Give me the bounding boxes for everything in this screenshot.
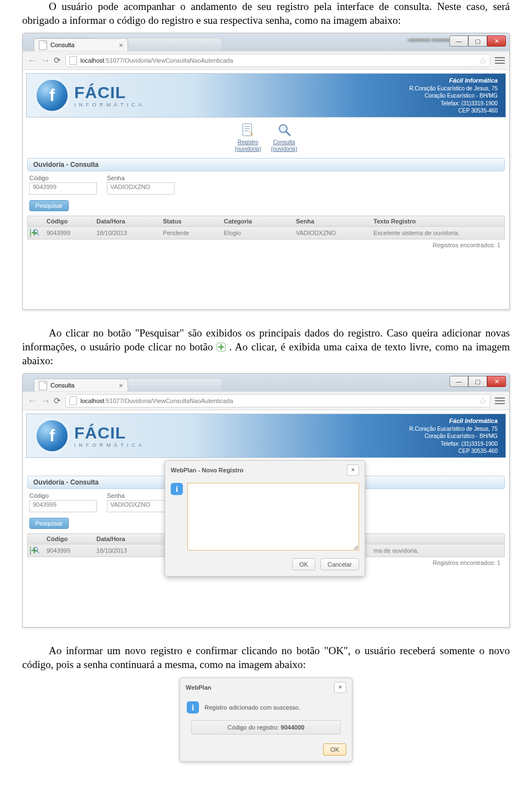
resize-handle-icon[interactable] [353, 544, 358, 549]
info-icon: i [171, 483, 183, 495]
file-icon [39, 381, 47, 390]
window-maximize-button[interactable]: ▢ [468, 376, 487, 387]
col-senha: Senha [293, 218, 370, 225]
menu-icon[interactable] [495, 57, 505, 64]
dialog-title: WebPlan - Novo Registro [171, 467, 243, 473]
logo-main: FÁCIL [74, 83, 145, 102]
window-minimize-button[interactable]: ― [449, 35, 468, 47]
results-grid: Código Data/Hora Status Categoria Senha … [27, 216, 505, 239]
confirm-close-button[interactable]: × [334, 682, 346, 693]
result-count: Registros encontrados: 1 [26, 239, 506, 251]
company-info: Fácil Informática R.Coração Eucarístico … [409, 77, 498, 115]
bookmark-star-icon[interactable]: ☆ [479, 396, 487, 406]
confirm-title: WebPlan [186, 684, 211, 691]
codigo-input[interactable]: 9043999 [29, 182, 97, 195]
tab-close-icon[interactable]: × [119, 42, 123, 49]
logo-main: FÁCIL [74, 424, 145, 442]
browser-tabstrip: ▬▬ ▬▬▬ ▬▬▬▬ ▬▬▬▬ ▬▬▬▬ Consulta × ― ▢ ✕ [23, 33, 509, 51]
forward-icon[interactable]: → [40, 395, 49, 407]
add-row-icon[interactable] [30, 228, 31, 237]
confirm-message: Registro adicionado com suscesso. [204, 704, 300, 711]
back-icon[interactable]: ← [27, 55, 36, 67]
col-codigo: Código [43, 218, 93, 225]
tab-title: Consulta [50, 382, 74, 389]
app-banner: f FÁCIL INFORMÁTICA Fácil Informática R.… [26, 73, 506, 118]
col-status: Status [160, 218, 221, 225]
url-port: :51077 [104, 397, 123, 404]
codigo-label: Código [29, 492, 97, 499]
tab-title: Consulta [50, 42, 74, 48]
svg-rect-0 [243, 124, 252, 136]
url-path: /Ouvidoria/ViewConsultaNaoAutenticada [123, 57, 233, 64]
doc-paragraph-2: Ao clicar no botão "Pesquisar" são exibi… [22, 327, 510, 368]
window-minimize-button[interactable]: ― [449, 376, 468, 387]
svg-line-9 [37, 551, 39, 553]
confirm-code-box: Código do registro: 9044000 [191, 720, 341, 735]
browser-tabstrip: Consulta × ― ▢ ✕ [23, 374, 509, 391]
browser-tab[interactable]: Consulta × [34, 38, 128, 51]
tab-close-icon[interactable]: × [119, 382, 123, 389]
menu-consulta[interactable]: Consulta (ouvidoria) [271, 123, 297, 152]
codigo-input[interactable]: 9043999 [29, 500, 97, 512]
registro-textarea[interactable] [187, 483, 359, 551]
senha-label: Senha [107, 175, 175, 181]
add-icon [217, 342, 226, 350]
window-close-button[interactable]: ✕ [487, 376, 506, 387]
col-data: Data/Hora [93, 536, 160, 542]
window-close-button[interactable]: ✕ [487, 35, 506, 47]
col-data: Data/Hora [93, 218, 160, 225]
col-categoria: Categoria [221, 218, 293, 225]
url-host: localhost [80, 57, 104, 64]
address-bar[interactable]: localhost:51077/Ouvidoria/ViewConsultaNa… [65, 394, 490, 407]
dialog-ok-button[interactable]: OK [292, 558, 315, 570]
logo-icon: f [34, 78, 70, 113]
novo-registro-dialog: WebPlan - Novo Registro × i OK Cancelar [165, 460, 365, 577]
company-info: Fácil Informática R.Coração Eucarístico … [409, 417, 498, 455]
senha-input[interactable]: VADIODXZNO [107, 182, 175, 195]
logo-sub: INFORMÁTICA [74, 102, 145, 108]
table-row: 9043999 18/10/2013 Pendente Elogio VADIO… [27, 227, 505, 239]
screenshot-novo-registro: Consulta × ― ▢ ✕ ← → ⟳ localhost:51077/O… [22, 373, 510, 628]
browser-tab-ghost [127, 38, 222, 51]
doc-paragraph-3: Ao informar um novo registro e confirmar… [22, 644, 510, 671]
app-banner: f FÁCIL INFORMÁTICA Fácil Informática R.… [26, 414, 506, 458]
menu-registro[interactable]: Registro (ouvidoria) [235, 123, 261, 152]
forward-icon[interactable]: → [40, 55, 49, 67]
codigo-label: Código [29, 175, 97, 181]
address-bar[interactable]: localhost:51077/Ouvidoria/ViewConsultaNa… [65, 54, 490, 67]
add-row-icon[interactable] [30, 546, 31, 555]
pesquisar-button[interactable]: Pesquisar [29, 518, 69, 529]
window-maximize-button[interactable]: ▢ [468, 35, 487, 47]
browser-toolbar: ← → ⟳ localhost:51077/Ouvidoria/ViewCons… [23, 51, 509, 70]
browser-toolbar: ← → ⟳ localhost:51077/Ouvidoria/ViewCons… [23, 391, 509, 410]
info-icon: i [187, 701, 199, 713]
doc-paragraph-1: O usuário pode acompanhar o andamento de… [22, 0, 510, 27]
reload-icon[interactable]: ⟳ [54, 55, 61, 65]
page-icon [69, 56, 77, 65]
file-icon [39, 40, 47, 50]
menu-icon[interactable] [495, 397, 505, 404]
logo-sub: INFORMÁTICA [74, 442, 145, 448]
col-texto: Texto Registro [370, 218, 504, 225]
bookmark-star-icon[interactable]: ☆ [479, 55, 487, 66]
logo-icon: f [34, 418, 70, 453]
magnifier-icon [278, 123, 291, 138]
reload-icon[interactable]: ⟳ [54, 396, 61, 406]
back-icon[interactable]: ← [27, 395, 36, 407]
confirm-ok-button[interactable]: OK [323, 743, 346, 756]
dialog-close-button[interactable]: × [347, 465, 359, 476]
page-icon [69, 396, 77, 405]
screenshot-consulta: ▬▬ ▬▬▬ ▬▬▬▬ ▬▬▬▬ ▬▬▬▬ Consulta × ― ▢ ✕ ←… [22, 33, 510, 310]
col-codigo: Código [43, 536, 93, 542]
svg-line-4 [37, 233, 39, 236]
panel-title: Ouvidoria - Consulta [27, 158, 505, 171]
svg-line-2 [286, 131, 290, 135]
url-host: localhost [80, 397, 104, 404]
browser-tab[interactable]: Consulta × [34, 379, 128, 391]
browser-tab-ghost [127, 378, 222, 391]
url-port: :51077 [104, 57, 123, 64]
dialog-cancel-button[interactable]: Cancelar [320, 558, 359, 570]
confirm-dialog: WebPlan × i Registro adicionado com susc… [180, 677, 352, 762]
document-edit-icon [241, 123, 254, 138]
pesquisar-button[interactable]: Pesquisar [29, 200, 69, 211]
